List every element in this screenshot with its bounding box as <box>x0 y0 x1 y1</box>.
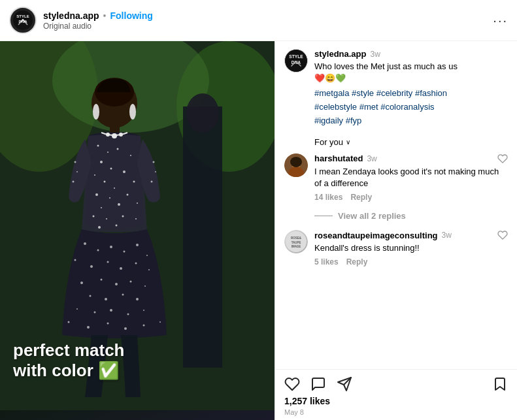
svg-point-61 <box>130 281 132 283</box>
svg-point-49 <box>124 251 125 253</box>
commenter-time-2: 3w <box>442 231 452 240</box>
share-button[interactable] <box>337 376 352 392</box>
svg-point-14 <box>100 161 103 163</box>
commenter-username-1[interactable]: harshutated <box>314 153 363 163</box>
svg-point-56 <box>135 263 137 265</box>
svg-point-63 <box>90 295 92 297</box>
svg-point-37 <box>73 181 75 183</box>
comments-scroll[interactable]: STYLE DNA styledna.app 3w Who loves the … <box>275 41 517 369</box>
svg-point-57 <box>148 269 150 270</box>
svg-point-44 <box>93 104 99 120</box>
svg-point-50 <box>136 244 139 246</box>
header-separator: • <box>103 10 107 21</box>
header-info: styledna.app • Following Original audio <box>43 10 486 31</box>
svg-point-18 <box>94 174 95 176</box>
comment-likes-2: 5 likes <box>314 257 339 267</box>
comment-content-1: harshutated 3w I mean Zendaya looks good… <box>314 153 508 202</box>
like-button[interactable] <box>284 376 300 392</box>
svg-point-32 <box>135 218 137 219</box>
for-you-label: For you <box>314 137 343 147</box>
replies-line <box>314 216 333 216</box>
svg-point-74 <box>107 323 109 325</box>
svg-point-34 <box>116 225 118 227</box>
svg-point-66 <box>136 298 139 300</box>
svg-point-67 <box>76 308 78 310</box>
svg-text:STYLE: STYLE <box>16 14 29 18</box>
caption-hashtags: #metgala #style #celebrity #fashion #cel… <box>314 87 508 127</box>
svg-point-60 <box>115 283 118 285</box>
bookmark-button[interactable] <box>492 376 508 392</box>
image-overlay-text: perfect match with color ✅ <box>13 340 125 381</box>
svg-text:STYLE: STYLE <box>289 54 303 59</box>
svg-point-65 <box>122 294 124 296</box>
header-subtitle: Original audio <box>43 22 486 31</box>
svg-point-15 <box>117 148 119 150</box>
svg-point-40 <box>151 181 153 183</box>
svg-point-54 <box>107 261 109 263</box>
commenter-time-1: 3w <box>367 154 376 163</box>
comment-likes-1: 14 likes <box>314 193 342 202</box>
svg-point-55 <box>120 267 122 270</box>
caption-username[interactable]: styledna.app <box>314 49 366 59</box>
svg-point-77 <box>159 321 161 323</box>
svg-point-69 <box>110 309 112 312</box>
header-username[interactable]: styledna.app <box>43 10 99 21</box>
svg-point-31 <box>122 216 124 218</box>
svg-point-20 <box>104 181 106 183</box>
caption-section: STYLE DNA styledna.app 3w Who loves the … <box>284 49 508 128</box>
for-you-dropdown[interactable]: For you ∨ <box>314 137 508 147</box>
comment-item: harshutated 3w I mean Zendaya looks good… <box>284 153 508 202</box>
comment-like-button-2[interactable] <box>497 230 508 240</box>
post-actions: 1,257 likes May 8 <box>275 369 517 420</box>
comment-item-2: ROSE& TAUPE IMAGE roseandtaupeimageconsu… <box>284 230 508 267</box>
more-options-button[interactable]: ··· <box>493 13 508 28</box>
svg-point-43 <box>119 133 123 137</box>
svg-point-30 <box>106 218 107 219</box>
svg-point-28 <box>137 202 138 204</box>
comment-text-1: I mean Zendaya looks good it's not makin… <box>314 166 508 189</box>
comment-actions-2: 5 likes Reply <box>314 257 508 267</box>
svg-point-29 <box>93 216 95 218</box>
svg-point-72 <box>68 321 70 323</box>
svg-text:TAUPE: TAUPE <box>292 241 301 244</box>
svg-point-62 <box>144 285 146 287</box>
svg-point-36 <box>76 171 78 172</box>
svg-point-35 <box>75 161 76 163</box>
svg-point-47 <box>97 250 99 251</box>
svg-point-38 <box>153 161 155 163</box>
svg-point-64 <box>105 298 107 300</box>
view-replies-button[interactable]: View all 2 replies <box>314 211 508 221</box>
svg-point-13 <box>107 152 108 153</box>
svg-point-39 <box>155 171 156 172</box>
comment-text-2: Kendall's dress is stunning!! <box>314 242 508 254</box>
svg-point-53 <box>90 265 93 268</box>
svg-point-21 <box>114 187 115 189</box>
svg-point-46 <box>84 242 86 245</box>
post-date: May 8 <box>284 408 508 416</box>
comment-button[interactable] <box>310 376 326 392</box>
svg-point-73 <box>87 326 90 329</box>
svg-point-41 <box>106 133 110 137</box>
comments-panel: STYLE DNA styledna.app 3w Who loves the … <box>275 41 517 420</box>
svg-point-51 <box>146 255 148 256</box>
caption-time: 3w <box>370 50 380 59</box>
commenter-username-2[interactable]: roseandtaupeimageconsulting <box>314 231 438 240</box>
chevron-down-icon: ∨ <box>346 138 350 146</box>
svg-point-26 <box>101 207 102 208</box>
caption-avatar[interactable]: STYLE DNA <box>284 49 308 73</box>
follow-button[interactable]: Following <box>110 10 153 21</box>
header-avatar[interactable]: STYLE DNA <box>9 7 37 34</box>
svg-point-59 <box>101 279 103 281</box>
svg-point-58 <box>80 282 83 284</box>
svg-point-24 <box>109 197 110 199</box>
likes-count: 1,257 likes <box>284 396 508 406</box>
caption-body: styledna.app 3w Who loves the Met just a… <box>314 49 508 128</box>
commenter-avatar-2: ROSE& TAUPE IMAGE <box>284 230 308 253</box>
svg-point-33 <box>98 226 101 229</box>
reply-button-2[interactable]: Reply <box>346 257 368 267</box>
view-replies-label: View all 2 replies <box>338 211 406 221</box>
comment-like-button-1[interactable] <box>497 153 508 164</box>
svg-point-12 <box>97 145 99 147</box>
reply-button-1[interactable]: Reply <box>350 193 372 202</box>
svg-point-71 <box>143 310 144 311</box>
